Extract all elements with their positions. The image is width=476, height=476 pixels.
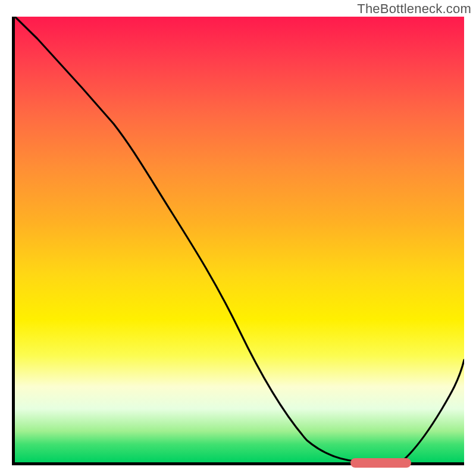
chart-axes <box>12 17 464 465</box>
watermark-text: TheBottleneck.com <box>357 1 471 17</box>
curve-layer <box>15 17 464 462</box>
bottleneck-curve <box>15 17 464 462</box>
optimal-range-marker <box>350 458 411 468</box>
